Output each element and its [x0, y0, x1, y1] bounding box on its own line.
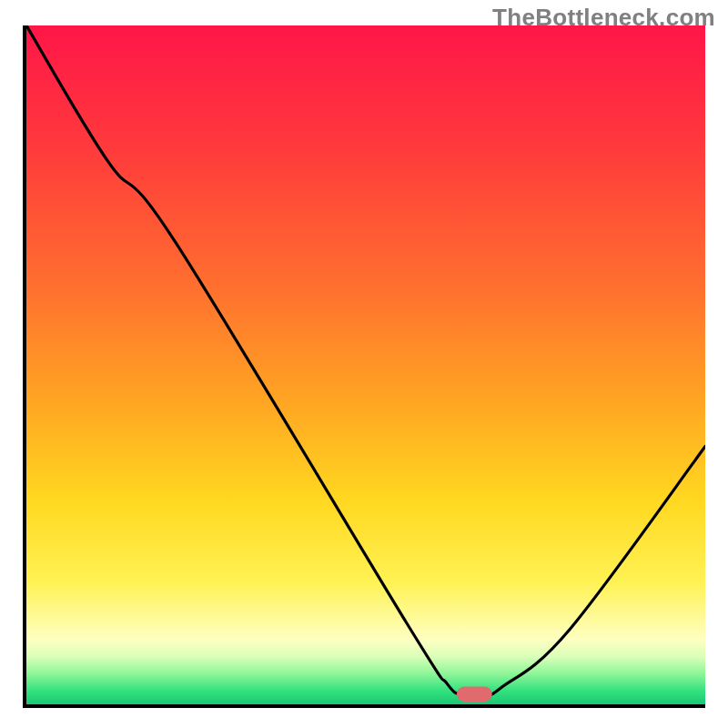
svg-rect-1	[457, 687, 492, 702]
optimum-marker	[26, 25, 705, 704]
plot-area	[26, 25, 705, 704]
chart-container: TheBottleneck.com	[0, 0, 728, 728]
